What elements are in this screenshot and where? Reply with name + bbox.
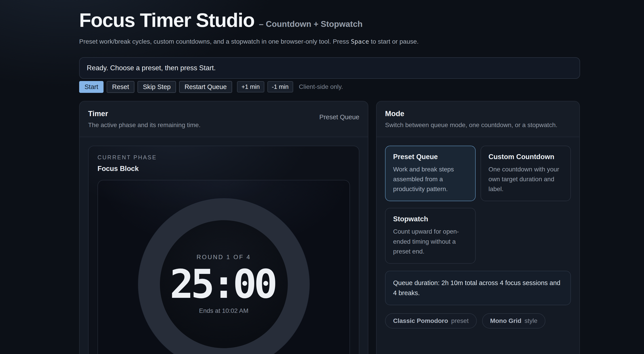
preset-chip-suffix: preset [451, 317, 469, 324]
mode-option-title: Stopwatch [393, 215, 468, 223]
mode-card-body: Preset Queue Work and break steps assemb… [376, 137, 580, 337]
time-remaining: 25:00 [170, 264, 278, 305]
status-message: Ready. Choose a preset, then press Start… [87, 64, 216, 72]
page-title-text: Focus Timer Studio [79, 9, 254, 31]
timer-mode-badge: Preset Queue [319, 113, 359, 121]
mode-option-preset-queue[interactable]: Preset Queue Work and break steps assemb… [385, 146, 476, 201]
timer-card-description: The active phase and its remaining time. [88, 122, 359, 129]
preset-chip-label: Classic Pomodoro [393, 317, 448, 324]
style-chip: Mono Grid style [482, 313, 546, 328]
current-phase-panel: CURRENT PHASE Focus Block ROUND 1 OF 4 2… [88, 146, 359, 354]
page-container: Focus Timer Studio– Countdown + Stopwatc… [79, 0, 580, 354]
client-side-note: Client-side only. [299, 83, 343, 90]
tagline-before: Preset work/break cycles, custom countdo… [79, 38, 351, 45]
reset-button[interactable]: Reset [107, 81, 134, 93]
end-time: Ends at 10:02 AM [199, 307, 248, 314]
style-chip-suffix: style [524, 317, 538, 324]
mode-card-header: Mode Switch between queue mode, one coun… [376, 101, 580, 137]
round-indicator: ROUND 1 OF 4 [196, 254, 251, 261]
plus-one-min-button[interactable]: +1 min [237, 81, 264, 92]
main-layout: Timer The active phase and its remaining… [79, 101, 580, 354]
dial-panel: ROUND 1 OF 4 25:00 Ends at 10:02 AM [98, 180, 350, 354]
mode-card-description: Switch between queue mode, one countdown… [385, 122, 571, 129]
preset-chip: Classic Pomodoro preset [385, 313, 477, 328]
timer-card-title: Timer [88, 109, 359, 118]
status-banner: Ready. Choose a preset, then press Start… [79, 57, 580, 79]
mode-option-custom-countdown[interactable]: Custom Countdown One countdown with your… [480, 146, 571, 201]
phase-name: Focus Block [98, 165, 350, 173]
minus-one-min-button[interactable]: -1 min [268, 81, 293, 92]
skip-step-button[interactable]: Skip Step [138, 81, 176, 93]
tagline: Preset work/break cycles, custom countdo… [79, 38, 580, 45]
progress-ring: ROUND 1 OF 4 25:00 Ends at 10:02 AM [138, 199, 309, 354]
page-title: Focus Timer Studio– Countdown + Stopwatc… [79, 10, 580, 31]
timer-card-header: Timer The active phase and its remaining… [80, 101, 368, 137]
mode-option-title: Preset Queue [393, 153, 468, 161]
mode-option-description: One countdown with your own target durat… [488, 164, 563, 194]
mode-options-grid: Preset Queue Work and break steps assemb… [385, 146, 571, 264]
tagline-after: to start or pause. [369, 38, 418, 45]
app-header: Focus Timer Studio– Countdown + Stopwatc… [79, 10, 580, 45]
mode-card: Mode Switch between queue mode, one coun… [376, 101, 580, 354]
mode-option-description: Work and break steps assembled from a pr… [393, 164, 468, 194]
current-phase-eyebrow: CURRENT PHASE [98, 154, 350, 161]
mode-option-description: Count upward for open-ended timing witho… [393, 227, 468, 256]
dial-center: ROUND 1 OF 4 25:00 Ends at 10:02 AM [160, 220, 288, 348]
style-chip-label: Mono Grid [490, 317, 522, 324]
space-key-hint: Space [351, 38, 369, 45]
timer-card-body: CURRENT PHASE Focus Block ROUND 1 OF 4 2… [80, 137, 368, 354]
start-button[interactable]: Start [79, 81, 104, 93]
timer-card: Timer The active phase and its remaining… [79, 101, 368, 354]
page-subtitle: – Countdown + Stopwatch [259, 20, 363, 29]
mode-option-title: Custom Countdown [488, 153, 563, 161]
mode-card-title: Mode [385, 109, 571, 118]
queue-duration-note: Queue duration: 2h 10m total across 4 fo… [385, 271, 571, 305]
mode-option-stopwatch[interactable]: Stopwatch Count upward for open-ended ti… [385, 208, 476, 264]
restart-queue-button[interactable]: Restart Queue [179, 81, 232, 93]
toolbar: Start Reset Skip Step Restart Queue +1 m… [79, 81, 580, 93]
tag-chips: Classic Pomodoro preset Mono Grid style [385, 313, 571, 328]
